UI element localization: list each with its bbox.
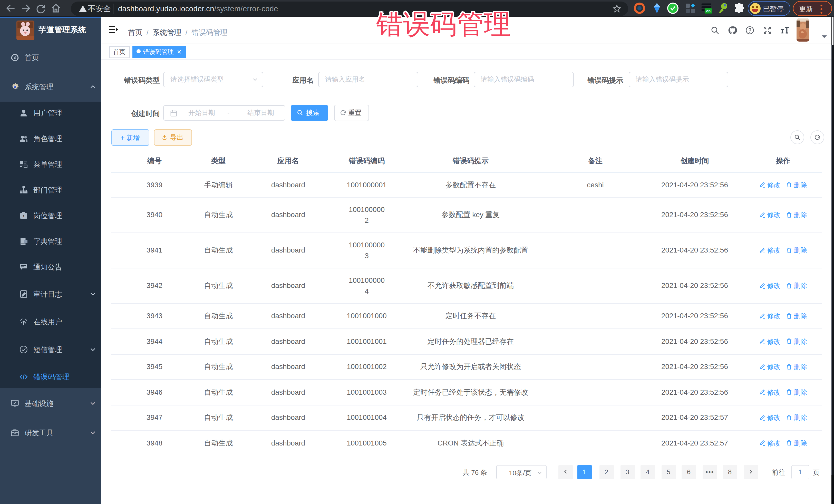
svg-text:1: 1 (23, 214, 25, 218)
svg-text:on: on (706, 9, 710, 13)
